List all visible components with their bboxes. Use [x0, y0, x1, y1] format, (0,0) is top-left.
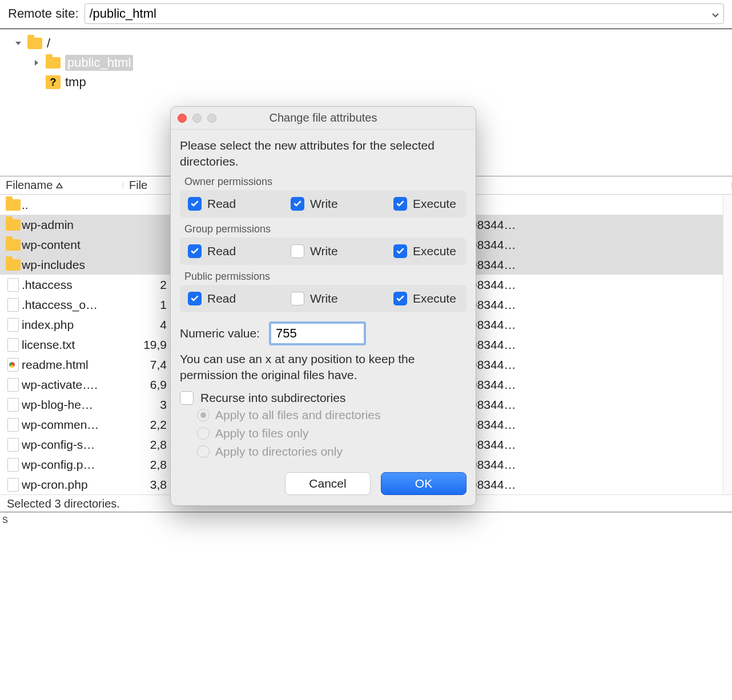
file-icon: [5, 378, 22, 392]
file-name: readme.html: [22, 358, 124, 372]
recurse-label: Recurse into subdirectories: [200, 391, 345, 405]
public-write-label: Write: [310, 292, 338, 305]
group-execute-checkbox[interactable]: [393, 244, 407, 258]
owner-execute-label: Execute: [413, 197, 456, 211]
bottom-tab-fragment: s: [0, 512, 732, 526]
address-label: Remote site:: [8, 6, 79, 21]
dialog-intro: Please select the new attributes for the…: [180, 138, 466, 170]
radio-dirs: [197, 445, 210, 458]
file-size: 4: [124, 318, 170, 332]
file-name: wp-content: [22, 238, 124, 252]
file-size: 2,8: [124, 458, 170, 472]
owner-permissions-box: Read Write Execute: [180, 190, 466, 218]
folder-icon: [5, 219, 22, 231]
group-write-checkbox[interactable]: [291, 244, 304, 258]
numeric-hint: You can use an x at any position to keep…: [180, 351, 466, 384]
file-icon: [5, 338, 22, 352]
folder-icon: [27, 38, 42, 49]
tree-label-public-html: public_html: [65, 55, 133, 71]
dialog-titlebar[interactable]: Change file attributes: [171, 107, 476, 130]
scrollbar[interactable]: [723, 195, 732, 494]
address-input[interactable]: [85, 3, 725, 24]
owner-read-checkbox[interactable]: [188, 197, 202, 211]
address-input-wrap: [85, 3, 725, 24]
file-icon: [5, 398, 22, 412]
public-execute-label: Execute: [413, 292, 456, 305]
public-read-checkbox[interactable]: [188, 292, 202, 305]
file-name: wp-cron.php: [22, 478, 124, 492]
sort-asc-icon: [56, 181, 63, 190]
disclosure-right-icon[interactable]: [32, 58, 41, 67]
group-permissions-label: Group permissions: [184, 223, 466, 235]
cancel-button[interactable]: Cancel: [285, 472, 371, 495]
tree-node-root[interactable]: /: [14, 34, 732, 53]
group-permissions-box: Read Write Execute: [180, 238, 466, 265]
change-attributes-dialog: Change file attributes Please select the…: [170, 106, 476, 506]
file-icon: [5, 318, 22, 332]
public-permissions-box: Read Write Execute: [180, 285, 466, 312]
group-read-checkbox[interactable]: [188, 244, 202, 258]
public-permissions-label: Public permissions: [184, 271, 466, 283]
address-bar: Remote site:: [0, 0, 732, 29]
owner-execute-checkbox[interactable]: [393, 197, 407, 211]
file-name: .htaccess: [22, 278, 124, 292]
folder-icon: [5, 239, 22, 251]
owner-read-label: Read: [207, 197, 236, 211]
header-filesize-label: File: [129, 179, 147, 191]
file-size: 2,8: [124, 438, 170, 452]
file-size: 2,2: [124, 418, 170, 432]
file-name: wp-config.p…: [22, 458, 124, 472]
tree-label-tmp: tmp: [65, 75, 86, 90]
file-name: wp-config-s…: [22, 438, 124, 452]
numeric-value-label: Numeric value:: [180, 327, 260, 340]
tree-node-public-html[interactable]: public_html: [32, 53, 732, 73]
file-size: 19,9: [124, 338, 170, 352]
file-name: wp-admin: [22, 218, 124, 232]
folder-icon: [5, 199, 22, 211]
radio-all: [197, 409, 210, 421]
radio-all-label: Apply to all files and directories: [215, 408, 380, 422]
tree-label-root: /: [47, 36, 50, 51]
public-write-checkbox[interactable]: [291, 292, 304, 305]
public-execute-checkbox[interactable]: [393, 292, 407, 305]
folder-icon: [5, 259, 22, 271]
file-size: 3,8: [124, 478, 170, 492]
file-icon: [5, 298, 22, 312]
group-execute-label: Execute: [413, 244, 456, 258]
file-name: ..: [22, 198, 124, 212]
owner-write-checkbox[interactable]: [291, 197, 304, 211]
file-name: .htaccess_o…: [22, 298, 124, 312]
file-name: wp-includes: [22, 258, 124, 272]
file-icon: [5, 478, 22, 492]
tree-node-tmp[interactable]: ? tmp: [32, 73, 732, 92]
group-read-label: Read: [207, 244, 236, 258]
unknown-folder-icon: ?: [46, 75, 61, 89]
file-size: 1: [124, 298, 170, 312]
header-filename-label: Filename: [6, 179, 53, 192]
file-name: wp-activate….: [22, 378, 124, 392]
file-size: 6,9: [124, 378, 170, 392]
file-icon: [5, 418, 22, 432]
folder-icon: [46, 57, 61, 69]
ok-button[interactable]: OK: [381, 472, 466, 495]
file-size: 7,4: [124, 358, 170, 372]
owner-write-label: Write: [310, 197, 338, 211]
radio-files: [197, 427, 210, 440]
radio-files-label: Apply to files only: [215, 427, 308, 440]
header-filename[interactable]: Filename: [0, 179, 123, 192]
disclosure-down-icon[interactable]: [14, 39, 23, 48]
numeric-value-input[interactable]: [269, 321, 366, 345]
address-dropdown-button[interactable]: [709, 7, 722, 20]
html-file-icon: [5, 358, 22, 372]
file-name: wp-blog-he…: [22, 398, 124, 412]
recurse-checkbox[interactable]: [180, 391, 194, 405]
chevron-down-icon: [712, 7, 719, 21]
file-icon: [5, 278, 22, 292]
recurse-radio-group: Apply to all files and directories Apply…: [180, 408, 466, 458]
file-name: index.php: [22, 318, 124, 332]
file-icon: [5, 458, 22, 472]
radio-dirs-label: Apply to directories only: [215, 445, 343, 458]
group-write-label: Write: [310, 244, 338, 258]
file-icon: [5, 438, 22, 452]
header-filesize[interactable]: File: [123, 179, 172, 192]
